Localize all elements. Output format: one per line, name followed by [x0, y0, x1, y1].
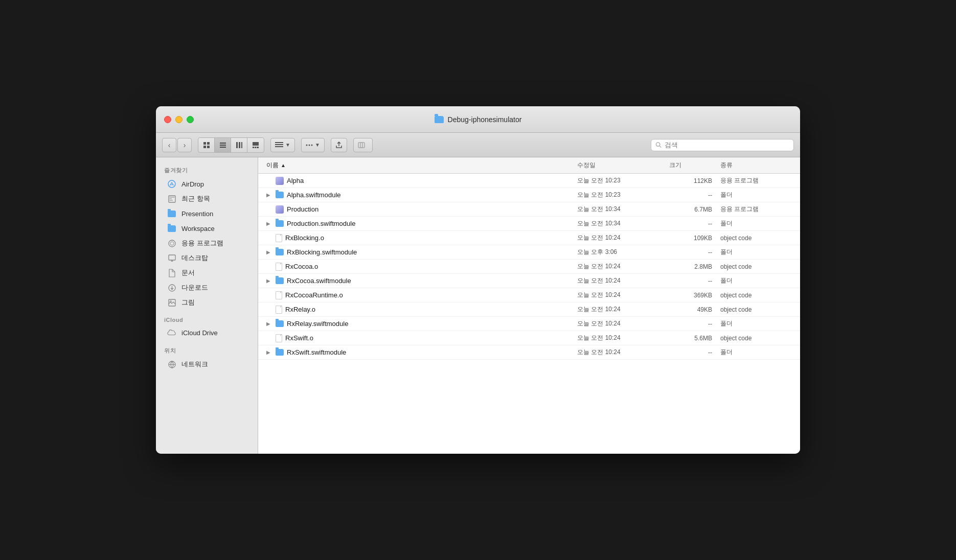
search-box[interactable] — [651, 139, 794, 151]
file-size: -- — [669, 277, 720, 285]
column-view-button[interactable] — [231, 138, 247, 152]
file-modified: 오늘 오전 10:24 — [577, 305, 669, 314]
airdrop-icon — [167, 179, 176, 189]
expand-arrow[interactable]: ▶ — [266, 321, 272, 326]
list-view-button[interactable] — [215, 138, 231, 152]
icloud-label: iCloud — [156, 314, 258, 325]
table-row[interactable]: RxCocoa.o 오늘 오전 10:24 2.8MB object code — [258, 260, 800, 274]
kind-column-header[interactable]: 종류 — [720, 161, 792, 170]
file-area: 이름 ▲ 수정일 크기 종류 Alpha 오늘 오전 10:23 112K — [258, 157, 800, 454]
table-row[interactable]: RxBlocking.o 오늘 오전 10:24 109KB object co… — [258, 231, 800, 245]
file-name-cell: ▶ Production.swiftmodule — [266, 220, 577, 227]
table-row[interactable]: ▶ RxBlocking.swiftmodule 오늘 오후 3:06 -- 폴… — [258, 245, 800, 260]
view-buttons — [198, 137, 264, 153]
file-size: 49KB — [669, 306, 720, 313]
file-kind: 폴더 — [720, 248, 792, 256]
sidebar-item-workspace[interactable]: Workspace — [159, 221, 255, 236]
svg-rect-5 — [220, 145, 226, 146]
close-button[interactable] — [164, 116, 171, 123]
sidebar-item-pictures[interactable]: 그림 — [159, 295, 255, 310]
svg-point-17 — [308, 144, 310, 146]
minimize-button[interactable] — [175, 116, 183, 123]
action-button[interactable]: ▼ — [301, 138, 325, 152]
file-modified: 오늘 오전 10:24 — [577, 319, 669, 328]
svg-rect-3 — [207, 146, 210, 148]
table-row[interactable]: ▶ RxCocoa.swiftmodule 오늘 오전 10:24 -- 폴더 — [258, 274, 800, 288]
recents-icon — [167, 194, 176, 203]
favorites-label: 즐겨찾기 — [156, 164, 258, 176]
share-button[interactable] — [331, 138, 347, 152]
svg-rect-9 — [241, 142, 242, 148]
file-modified: 오늘 오전 10:24 — [577, 262, 669, 271]
workspace-folder-icon — [167, 224, 176, 233]
file-modified: 오늘 오전 10:24 — [577, 276, 669, 285]
folder-icon — [276, 277, 284, 284]
presention-label: Presention — [181, 210, 213, 218]
file-size: 369KB — [669, 292, 720, 299]
table-row[interactable]: ▶ RxRelay.swiftmodule 오늘 오전 10:24 -- 폴더 — [258, 317, 800, 331]
traffic-lights — [164, 116, 194, 123]
folder-icon — [276, 249, 284, 255]
file-name: RxCocoaRuntime.o — [285, 291, 343, 299]
applications-label: 응용 프로그램 — [181, 239, 223, 248]
back-button[interactable]: ‹ — [162, 138, 176, 152]
modified-column-header[interactable]: 수정일 — [577, 161, 669, 170]
sidebar-item-icloud-drive[interactable]: iCloud Drive — [159, 325, 255, 340]
expand-arrow[interactable]: ▶ — [266, 349, 272, 355]
downloads-label: 다운로드 — [181, 283, 208, 292]
table-row[interactable]: ▶ Alpha.swiftmodule 오늘 오전 10:23 -- 폴더 — [258, 188, 800, 202]
file-modified: 오늘 오전 10:24 — [577, 234, 669, 242]
icon-view-button[interactable] — [198, 138, 215, 152]
table-row[interactable]: RxCocoaRuntime.o 오늘 오전 10:24 369KB objec… — [258, 288, 800, 302]
expand-arrow[interactable]: ▶ — [266, 278, 272, 284]
search-input[interactable] — [665, 141, 789, 149]
sidebar-item-documents[interactable]: 문서 — [159, 266, 255, 280]
sidebar-item-presention[interactable]: Presention — [159, 206, 255, 221]
table-row[interactable]: RxRelay.o 오늘 오전 10:24 49KB object code — [258, 302, 800, 317]
arrange-button[interactable]: ▼ — [270, 138, 295, 152]
svg-rect-8 — [239, 142, 240, 148]
file-name: Alpha.swiftmodule — [287, 191, 341, 199]
expand-arrow[interactable]: ▶ — [266, 221, 272, 226]
svg-rect-11 — [253, 147, 254, 148]
svg-rect-15 — [275, 144, 283, 145]
file-kind: object code — [720, 263, 792, 270]
nav-buttons: ‹ › — [162, 138, 192, 152]
table-row[interactable]: ▶ Production.swiftmodule 오늘 오전 10:34 -- … — [258, 217, 800, 231]
maximize-button[interactable] — [187, 116, 194, 123]
file-name-cell: ▶ RxCocoa.swiftmodule — [266, 277, 577, 285]
sidebar-item-recents[interactable]: 최근 항목 — [159, 192, 255, 206]
file-kind: object code — [720, 335, 792, 342]
expand-arrow[interactable]: ▶ — [266, 249, 272, 255]
sidebar-item-desktop[interactable]: 데스크탑 — [159, 251, 255, 265]
file-size: 112KB — [669, 177, 720, 184]
svg-rect-10 — [253, 142, 259, 146]
expand-arrow[interactable]: ▶ — [266, 192, 272, 198]
table-row[interactable]: Alpha 오늘 오전 10:23 112KB 응용 프로그램 — [258, 174, 800, 188]
file-name: RxRelay.o — [285, 306, 315, 313]
table-row[interactable]: Production 오늘 오전 10:34 6.7MB 응용 프로그램 — [258, 202, 800, 217]
file-modified: 오늘 오전 10:23 — [577, 176, 669, 185]
svg-rect-1 — [207, 142, 210, 145]
file-size: -- — [669, 220, 720, 227]
file-kind: 폴더 — [720, 348, 792, 357]
downloads-icon — [167, 283, 176, 292]
forward-button[interactable]: › — [177, 138, 192, 152]
sidebar-item-airdrop[interactable]: AirDrop — [159, 177, 255, 191]
file-kind: 폴더 — [720, 191, 792, 199]
name-column-header[interactable]: 이름 ▲ — [266, 161, 577, 170]
table-row[interactable]: ▶ RxSwift.swiftmodule 오늘 오전 10:24 -- 폴더 — [258, 345, 800, 360]
file-name: RxSwift.o — [285, 334, 313, 342]
gallery-view-button[interactable] — [247, 138, 264, 152]
sidebar-item-applications[interactable]: 응용 프로그램 — [159, 236, 255, 250]
size-column-header[interactable]: 크기 — [669, 161, 720, 170]
table-row[interactable]: RxSwift.o 오늘 오전 10:24 5.6MB object code — [258, 331, 800, 345]
file-name-cell: RxBlocking.o — [266, 234, 577, 242]
tag-button[interactable] — [353, 138, 373, 152]
file-name: Production.swiftmodule — [287, 220, 355, 227]
sidebar-item-network[interactable]: 네트워크 — [159, 357, 255, 371]
file-name: Alpha — [287, 177, 304, 184]
sidebar-item-downloads[interactable]: 다운로드 — [159, 281, 255, 295]
folder-icon — [276, 349, 284, 356]
svg-rect-12 — [255, 147, 256, 148]
